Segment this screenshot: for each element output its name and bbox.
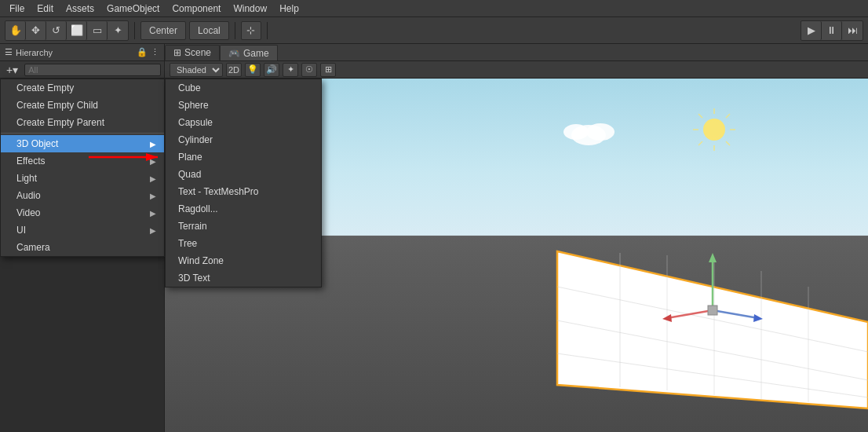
ctx-ui[interactable]: UI ▶ [1, 221, 164, 239]
sub-tree[interactable]: Tree [166, 235, 321, 252]
scene-tabs: ⊞ Scene 🎮 Game [165, 44, 868, 61]
ctx-video[interactable]: Video ▶ [1, 204, 164, 221]
menu-assets[interactable]: Assets [60, 2, 100, 16]
lighting-btn[interactable]: 💡 [245, 63, 261, 77]
sub-terrain[interactable]: Terrain [166, 218, 321, 235]
game-tab-label: Game [243, 48, 269, 59]
hierarchy-more-icon[interactable]: ⋮ [151, 47, 159, 57]
svg-point-31 [586, 123, 615, 141]
ctx-create-empty-parent[interactable]: Create Empty Parent [1, 114, 164, 131]
play-controls: ▶ ⏸ ⏭ [801, 20, 863, 41]
menu-gameobject[interactable]: GameObject [100, 2, 166, 16]
main-layout: ☰ Hierarchy 🔒 ⋮ +▾ Create Empty Create E… [0, 44, 868, 432]
step-btn[interactable]: ⏭ [842, 21, 863, 40]
transform-tools-group: ✋ ✥ ↺ ⬜ ▭ ✦ [5, 20, 129, 41]
sub-capsule[interactable]: Capsule [166, 114, 321, 131]
plane-red-arrow [87, 149, 166, 165]
local-btn[interactable]: Local [189, 21, 229, 40]
hierarchy-menu-icon: ☰ [5, 47, 13, 57]
sep1 [134, 22, 135, 39]
local-label: Local [198, 25, 221, 36]
hierarchy-search-bar: +▾ [0, 61, 164, 79]
ctx-video-arrow: ▶ [150, 209, 156, 218]
toolbar: ✋ ✥ ↺ ⬜ ▭ ✦ Center Local ⊹ ▶ ⏸ ⏭ [0, 17, 868, 44]
submenu-3d-object: Cube Sphere Capsule Cylinder Plane [165, 79, 322, 287]
ctx-3d-object-arrow: ▶ [150, 140, 156, 148]
ctx-light[interactable]: Light ▶ [1, 170, 164, 187]
svg-point-21 [703, 119, 725, 141]
tab-game[interactable]: 🎮 Game [220, 45, 278, 60]
hierarchy-header: ☰ Hierarchy 🔒 ⋮ [0, 44, 164, 61]
scene-tab-label: Scene [184, 47, 211, 58]
sep2 [235, 22, 235, 39]
sub-sphere[interactable]: Sphere [166, 97, 321, 114]
sub-wind-zone[interactable]: Wind Zone [166, 252, 321, 269]
ctx-light-arrow: ▶ [150, 174, 156, 183]
svg-point-32 [563, 124, 589, 140]
menu-window[interactable]: Window [227, 2, 273, 16]
sub-text-textmeshpro[interactable]: Text - TextMeshPro [166, 183, 321, 200]
sub-ragdoll[interactable]: Ragdoll... [166, 200, 321, 218]
menu-component[interactable]: Component [166, 2, 227, 16]
context-menu: Create Empty Create Empty Child Create E… [0, 79, 165, 257]
hierarchy-title: Hierarchy [16, 48, 53, 57]
rotate-tool-btn[interactable]: ↺ [46, 21, 67, 40]
ctx-ui-arrow: ▶ [150, 226, 156, 235]
ctx-audio[interactable]: Audio ▶ [1, 187, 164, 204]
game-tab-icon: 🎮 [228, 48, 240, 59]
hierarchy-lock-icon[interactable]: 🔒 [137, 47, 148, 57]
hierarchy-search-input[interactable] [24, 64, 161, 76]
sub-quad[interactable]: Quad [166, 166, 321, 183]
move-tool-btn[interactable]: ✥ [26, 21, 46, 40]
gizmos-btn[interactable]: ☉ [301, 63, 317, 77]
sub-cube[interactable]: Cube [166, 79, 321, 97]
ctx-camera[interactable]: Camera [1, 239, 164, 256]
ctx-create-empty[interactable]: Create Empty [1, 79, 164, 97]
grid-btn[interactable]: ⊞ [320, 63, 336, 77]
sub-plane[interactable]: Plane [166, 148, 321, 166]
sub-cylinder[interactable]: Cylinder [166, 131, 321, 148]
transform-tool-btn[interactable]: ✦ [108, 21, 128, 40]
sep3 [267, 22, 268, 39]
menu-help[interactable]: Help [273, 2, 305, 16]
sub-3d-text[interactable]: 3D Text [166, 269, 321, 287]
menu-file[interactable]: File [3, 2, 31, 16]
ctx-create-empty-child[interactable]: Create Empty Child [1, 97, 164, 114]
hand-tool-btn[interactable]: ✋ [5, 21, 26, 40]
fx-btn[interactable]: ✦ [283, 63, 298, 77]
pause-btn[interactable]: ⏸ [822, 21, 842, 40]
menu-bar: File Edit Assets GameObject Component Wi… [0, 0, 868, 17]
rect-tool-btn[interactable]: ▭ [87, 21, 108, 40]
add-gameobject-btn[interactable]: +▾ [3, 64, 21, 76]
ctx-sep1 [1, 133, 164, 134]
play-btn[interactable]: ▶ [801, 21, 822, 40]
2d-toggle-btn[interactable]: 2D [226, 63, 242, 77]
menu-edit[interactable]: Edit [31, 2, 60, 16]
hierarchy-panel: ☰ Hierarchy 🔒 ⋮ +▾ Create Empty Create E… [0, 44, 165, 432]
center-btn[interactable]: Center [140, 21, 186, 40]
ctx-audio-arrow: ▶ [150, 192, 156, 200]
tab-scene[interactable]: ⊞ Scene [165, 45, 220, 60]
svg-rect-20 [708, 306, 717, 315]
snap-btn[interactable]: ⊹ [241, 21, 261, 40]
scale-tool-btn[interactable]: ⬜ [67, 21, 87, 40]
audio-btn[interactable]: 🔊 [264, 63, 279, 77]
center-label: Center [149, 25, 177, 36]
scene-tab-icon: ⊞ [173, 47, 181, 58]
scene-viewport-toolbar: Shaded 2D 💡 🔊 ✦ ☉ ⊞ [165, 61, 868, 79]
shading-mode-select[interactable]: Shaded [170, 63, 223, 77]
